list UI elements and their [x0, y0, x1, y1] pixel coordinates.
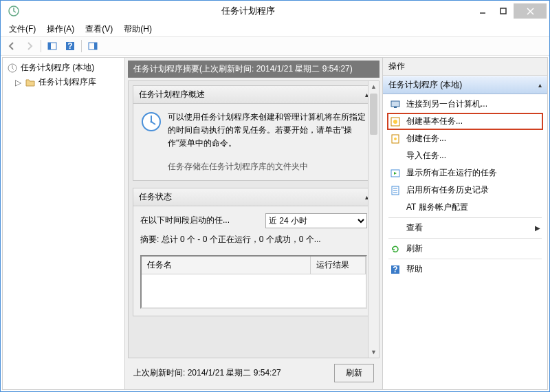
footer-row: 上次刷新时间: 2014/1/21 星期二 9:54:27 刷新 [128, 360, 380, 386]
show-tree-button[interactable] [44, 39, 60, 54]
status-period-select[interactable]: 近 24 小时 [265, 213, 367, 228]
svg-rect-7 [94, 43, 97, 50]
overview-text: 可以使用任务计划程序来创建和管理计算机将在所指定的时间自动执行的常见任务。若要开… [168, 111, 367, 151]
svg-point-16 [394, 138, 397, 140]
svg-text:?: ? [67, 41, 72, 51]
action-create-task[interactable]: 创建任务... [383, 130, 547, 147]
tree-pane: 任务计划程序 (本地) ▷ 任务计划程序库 [3, 58, 125, 389]
app-icon [8, 5, 20, 17]
close-button[interactable] [514, 3, 547, 19]
svg-rect-12 [394, 107, 397, 108]
back-button[interactable] [3, 39, 20, 54]
tree-library[interactable]: ▷ 任务计划程序库 [6, 75, 122, 89]
center-scroll: 任务计划程序概述 ▴ 可以使用任务计划程序来创建和管理计算机将在所指定的时间自动… [128, 80, 380, 358]
action-label: 创建基本任务... [406, 116, 463, 127]
action-label: 刷新 [406, 243, 423, 254]
action-help[interactable]: ? 帮助 [383, 261, 547, 278]
action-label: AT 服务帐户配置 [406, 202, 468, 213]
svg-rect-3 [48, 43, 51, 50]
scroll-up-icon[interactable]: ▲ [368, 81, 379, 92]
actions-group-header[interactable]: 任务计划程序 (本地) ▴ [383, 76, 547, 94]
status-summary: 摘要: 总计 0 个 - 0 个正在运行，0 个成功，0 个... [140, 234, 367, 246]
action-label: 导入任务... [406, 150, 446, 162]
show-actions-button[interactable] [85, 39, 101, 54]
col-task-name[interactable]: 任务名 [142, 257, 311, 274]
tree-library-label: 任务计划程序库 [38, 76, 96, 88]
action-connect[interactable]: 连接到另一台计算机... [383, 96, 547, 113]
refresh-icon [390, 243, 401, 254]
action-at-account[interactable]: AT 服务帐户配置 [383, 199, 547, 216]
expand-icon[interactable]: ▷ [15, 78, 22, 87]
workarea: 任务计划程序 (本地) ▷ 任务计划程序库 任务计划程序摘要(上次刷新时间: 2… [2, 57, 548, 390]
actions-pane: 操作 任务计划程序 (本地) ▴ 连接到另一台计算机... 创建基本任务... … [382, 58, 547, 389]
actions-list: 连接到另一台计算机... 创建基本任务... 创建任务... 导入任务... 显… [383, 94, 547, 279]
summary-header: 任务计划程序摘要(上次刷新时间: 2014/1/21 星期二 9:54:27) [128, 61, 380, 78]
menu-file[interactable]: 文件(F) [5, 22, 40, 36]
status-period-label: 在以下时间段启动的任... [140, 215, 258, 226]
menu-help[interactable]: 帮助(H) [120, 22, 156, 36]
menubar: 文件(F) 操作(A) 查看(V) 帮助(H) [1, 21, 549, 36]
actions-header: 操作 [383, 58, 547, 76]
wizard-icon [390, 116, 401, 127]
action-view[interactable]: 查看 ▶ [383, 219, 547, 237]
help-button[interactable]: ? [62, 39, 78, 54]
action-label: 创建任务... [406, 133, 446, 144]
refresh-button[interactable]: 刷新 [334, 364, 374, 382]
overview-title: 任务计划程序概述 [139, 89, 205, 100]
status-title: 任务状态 [139, 191, 172, 203]
toolbar: ? [1, 36, 549, 56]
overview-cut-text: 任务存储在任务计划程序库的文件夹中 [168, 160, 367, 173]
scroll-thumb[interactable] [370, 94, 377, 135]
submenu-icon: ▶ [535, 224, 540, 232]
action-label: 显示所有正在运行的任务 [406, 167, 497, 179]
action-refresh[interactable]: 刷新 [383, 240, 547, 257]
overview-panel-header[interactable]: 任务计划程序概述 ▴ [133, 86, 374, 104]
menu-action[interactable]: 操作(A) [43, 22, 78, 36]
folder-icon [25, 77, 36, 88]
col-run-result[interactable]: 运行结果 [311, 257, 366, 274]
help-icon: ? [390, 264, 401, 275]
tree-root[interactable]: 任务计划程序 (本地) [6, 61, 122, 75]
separator [388, 238, 542, 239]
window-title: 任务计划程序 [24, 5, 472, 17]
menu-view[interactable]: 查看(V) [81, 22, 117, 36]
maximize-button[interactable] [493, 3, 514, 19]
action-label: 连接到另一台计算机... [406, 98, 487, 110]
separator [388, 217, 542, 218]
vertical-scrollbar[interactable]: ▲ ▼ [368, 81, 379, 358]
task-table: 任务名 运行结果 [140, 255, 367, 309]
status-panel-header[interactable]: 任务状态 ▴ [133, 188, 374, 206]
action-label: 启用所有任务历史记录 [406, 184, 489, 196]
svg-text:?: ? [393, 265, 397, 274]
titlebar: 任务计划程序 [1, 1, 549, 21]
running-icon [390, 168, 401, 179]
clock-icon [7, 63, 18, 74]
minimize-button[interactable] [472, 3, 493, 19]
history-icon [390, 185, 401, 196]
svg-rect-1 [500, 8, 506, 14]
collapse-icon: ▴ [538, 81, 542, 89]
svg-rect-11 [391, 101, 399, 107]
action-label: 查看 [406, 222, 529, 234]
status-panel: 任务状态 ▴ 在以下时间段启动的任... 近 24 小时 摘要: 总计 0 个 … [133, 188, 375, 316]
action-create-basic-task[interactable]: 创建基本任务... [387, 113, 543, 130]
tree-root-label: 任务计划程序 (本地) [21, 62, 94, 74]
toolbar-separator [81, 40, 82, 52]
view-icon [390, 223, 401, 234]
action-show-running[interactable]: 显示所有正在运行的任务 [383, 164, 547, 182]
toolbar-separator [41, 40, 41, 52]
svg-point-10 [151, 121, 153, 123]
computer-icon [390, 99, 401, 110]
action-label: 帮助 [406, 263, 423, 275]
import-icon [390, 151, 401, 162]
action-import-task[interactable]: 导入任务... [383, 147, 547, 164]
separator [388, 259, 542, 259]
forward-button[interactable] [21, 39, 38, 54]
center-pane: 任务计划程序摘要(上次刷新时间: 2014/1/21 星期二 9:54:27) … [125, 58, 382, 389]
scroll-down-icon[interactable]: ▼ [368, 347, 379, 358]
task-icon [390, 133, 401, 144]
clock-icon [140, 111, 162, 133]
account-icon [390, 202, 401, 213]
last-refresh-label: 上次刷新时间: 2014/1/21 星期二 9:54:27 [133, 367, 281, 379]
action-enable-history[interactable]: 启用所有任务历史记录 [383, 182, 547, 199]
